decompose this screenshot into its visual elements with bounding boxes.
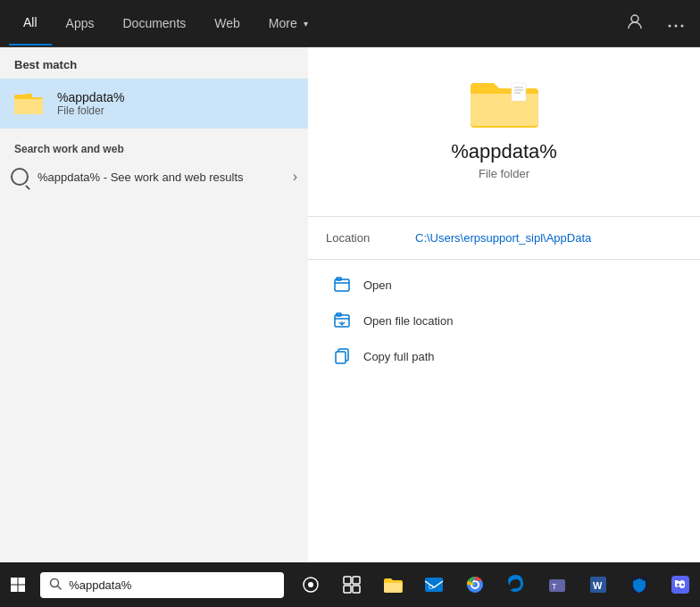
nav-tabs: All Apps Documents Web More ▾: [0, 0, 700, 47]
best-match-label: Best match: [0, 47, 308, 79]
svg-point-1: [669, 25, 671, 28]
svg-rect-18: [11, 586, 18, 593]
taskbar-search-box[interactable]: %appdata%: [40, 572, 284, 598]
svg-rect-4: [25, 94, 32, 97]
app-detail: %appdata% File folder: [308, 47, 700, 216]
tab-more[interactable]: More ▾: [254, 2, 322, 45]
result-subtitle: File folder: [57, 104, 125, 117]
best-match-item[interactable]: %appdata% File folder: [0, 79, 308, 129]
svg-rect-16: [11, 578, 18, 585]
outlook-button[interactable]: O: [414, 565, 454, 604]
svg-point-0: [631, 15, 638, 22]
open-label: Open: [363, 279, 392, 292]
svg-rect-5: [512, 83, 526, 101]
web-item-text: %appdata% - See work and web results: [38, 170, 244, 184]
svg-rect-27: [353, 586, 360, 593]
web-search-item[interactable]: %appdata% - See work and web results ›: [0, 159, 308, 195]
svg-point-23: [308, 582, 313, 587]
open-file-location-label: Open file location: [363, 314, 453, 328]
tab-web[interactable]: Web: [200, 2, 254, 45]
svg-rect-9: [335, 279, 349, 291]
chevron-right-icon: ›: [293, 169, 297, 185]
taskbar-icons: O T: [291, 565, 700, 604]
task-switch-button[interactable]: [332, 565, 371, 604]
svg-rect-17: [19, 578, 26, 585]
copy-icon: [333, 347, 351, 365]
edge-button[interactable]: [496, 565, 536, 604]
svg-text:W: W: [593, 580, 603, 591]
open-icon: [333, 276, 351, 294]
web-section: Search work and web %appdata% - See work…: [0, 136, 308, 195]
teams-button[interactable]: T: [538, 565, 577, 604]
tab-documents[interactable]: Documents: [108, 2, 200, 45]
svg-point-2: [675, 25, 678, 28]
taskbar-search-icon: [49, 578, 62, 593]
result-text: %appdata% File folder: [57, 90, 125, 117]
svg-point-40: [681, 584, 684, 586]
right-panel: %appdata% File folder Location C:\Users\…: [308, 47, 700, 562]
copy-full-path-label: Copy full path: [363, 350, 435, 363]
open-file-location-icon: [333, 312, 351, 329]
svg-text:T: T: [552, 582, 557, 591]
chevron-down-icon: ▾: [304, 19, 308, 29]
windows-start-button[interactable]: [0, 565, 36, 604]
task-view-button[interactable]: [291, 565, 330, 604]
svg-rect-24: [344, 577, 351, 584]
folder-icon: [11, 86, 46, 121]
windows-security-button[interactable]: [620, 565, 659, 604]
app-type: File folder: [479, 167, 529, 180]
location-row: Location C:\Users\erpsupport_sipl\AppDat…: [308, 217, 700, 259]
web-section-label: Search work and web: [0, 136, 308, 159]
svg-point-39: [677, 584, 679, 586]
taskbar: %appdata%: [0, 562, 700, 607]
svg-rect-15: [336, 352, 346, 363]
app-name: %appdata%: [451, 140, 557, 163]
tab-all[interactable]: All: [9, 1, 52, 46]
action-list: Open Open file location: [308, 260, 700, 381]
svg-line-21: [58, 586, 62, 589]
open-button[interactable]: Open: [308, 267, 700, 303]
svg-rect-28: [425, 578, 443, 592]
location-value[interactable]: C:\Users\erpsupport_sipl\AppData: [415, 231, 591, 245]
search-icon: [11, 168, 29, 186]
svg-rect-25: [353, 577, 360, 584]
person-icon[interactable]: [620, 6, 650, 40]
open-file-location-button[interactable]: Open file location: [308, 303, 700, 338]
svg-rect-19: [19, 586, 26, 593]
svg-rect-26: [344, 586, 351, 593]
copy-full-path-button[interactable]: Copy full path: [308, 338, 700, 374]
taskbar-search-text: %appdata%: [69, 578, 131, 592]
svg-point-3: [681, 25, 684, 28]
app-large-icon: [469, 74, 540, 140]
discord-button[interactable]: [661, 565, 700, 604]
location-label: Location: [326, 231, 397, 245]
main-content: Best match %appdata% File folder: [0, 47, 700, 562]
ellipsis-icon[interactable]: [661, 8, 691, 38]
left-panel: Best match %appdata% File folder: [0, 47, 308, 562]
word-button[interactable]: W: [579, 565, 618, 604]
tab-apps[interactable]: Apps: [52, 2, 109, 45]
chrome-button[interactable]: [455, 565, 495, 604]
result-title: %appdata%: [57, 90, 125, 104]
file-explorer-button[interactable]: [373, 565, 412, 604]
svg-text:O: O: [429, 584, 434, 590]
